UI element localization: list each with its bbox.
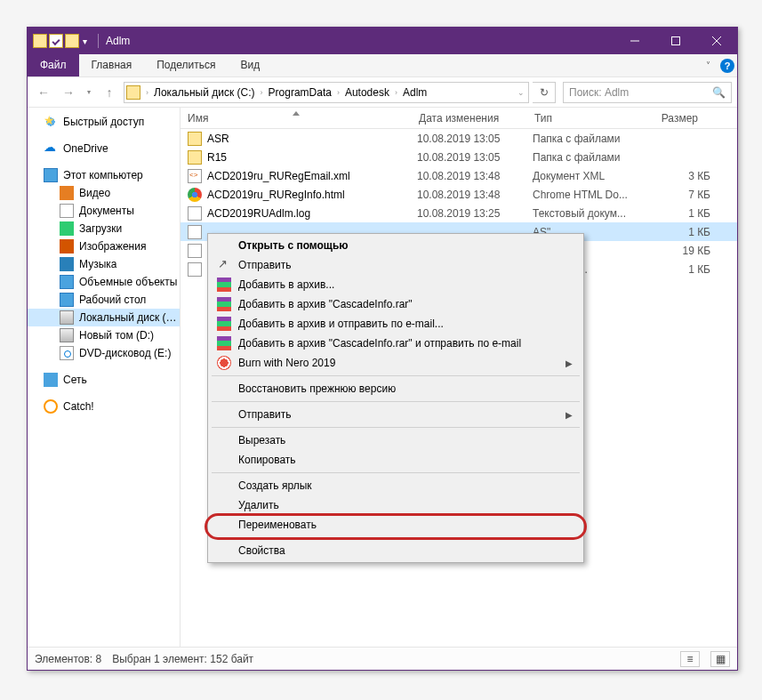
col-name[interactable]: Имя — [180, 112, 412, 125]
ribbon-collapse-icon[interactable]: ˅ — [698, 54, 718, 76]
tab-share[interactable]: Поделиться — [144, 54, 228, 76]
col-size[interactable]: Размер — [643, 112, 705, 125]
crumb-adlm[interactable]: Adlm — [401, 86, 429, 99]
catch-icon — [44, 399, 58, 414]
winrar-icon — [217, 297, 231, 311]
ctx-send-to[interactable]: Отправить▶ — [210, 405, 582, 424]
view-details-button[interactable]: ≡ — [680, 651, 700, 667]
file-row[interactable]: ACD2019ru_RURegEmail.xml10.08.2019 13:48… — [180, 166, 737, 185]
address-bar[interactable]: › Локальный диск (C:) › ProgramData › Au… — [124, 82, 529, 103]
folder-icon — [126, 85, 140, 100]
status-count: Элементов: 8 — [35, 653, 101, 665]
ctx-copy[interactable]: Копировать — [210, 450, 582, 470]
titlebar: ▾ Adlm — [28, 28, 737, 54]
music-icon — [60, 257, 74, 271]
sidebar-music[interactable]: Музыка — [28, 255, 180, 273]
col-date[interactable]: Дата изменения — [412, 112, 527, 125]
search-icon[interactable]: 🔍 — [712, 86, 726, 99]
file-row[interactable]: ASR10.08.2019 13:05Папка с файлами — [180, 129, 737, 148]
ctx-separator — [212, 427, 580, 428]
sidebar-thispc[interactable]: Этот компьютер — [28, 166, 180, 184]
dvd-icon — [60, 346, 74, 360]
close-button[interactable] — [696, 28, 737, 54]
chevron-right-icon[interactable]: › — [335, 88, 341, 97]
context-menu: Открыть с помощью Отправить Добавить в а… — [207, 233, 584, 563]
ctx-open-with[interactable]: Открыть с помощью — [210, 236, 582, 255]
sidebar-video[interactable]: Видео — [28, 184, 180, 202]
nav-history-dropdown[interactable]: ▾ — [83, 82, 95, 103]
image-icon — [60, 239, 74, 253]
chevron-right-icon[interactable]: › — [144, 88, 150, 97]
ctx-restore[interactable]: Восстановить прежнюю версию — [210, 379, 582, 398]
sidebar-network[interactable]: Сеть — [28, 371, 180, 389]
video-icon — [60, 186, 74, 200]
sidebar-3dobjects[interactable]: Объемные объекты — [28, 273, 180, 291]
sidebar-cdisk[interactable]: Локальный диск (C:) — [28, 309, 180, 326]
svg-rect-1 — [672, 37, 680, 45]
qat: ▾ — [28, 34, 94, 48]
file-row[interactable]: ACD2019ru_RURegInfo.html10.08.2019 13:48… — [180, 185, 737, 204]
ctx-properties[interactable]: Свойства — [210, 541, 582, 560]
3d-icon — [60, 275, 74, 289]
sidebar-onedrive[interactable]: OneDrive — [28, 140, 180, 157]
disk-icon — [60, 328, 74, 342]
crumb-autodesk[interactable]: Autodesk — [343, 86, 391, 99]
ribbon: Файл Главная Поделиться Вид ˅ ? — [28, 54, 737, 77]
file-row[interactable]: R1510.08.2019 13:05Папка с файлами — [180, 148, 737, 166]
text-icon — [188, 206, 202, 221]
chevron-right-icon[interactable]: › — [393, 88, 399, 97]
crumb-c[interactable]: Локальный диск (C:) — [152, 86, 257, 99]
ctx-add-archive-name[interactable]: Добавить в архив "CascadeInfo.rar" — [210, 294, 582, 314]
file-row[interactable]: ACD2019RUAdlm.log10.08.2019 13:25Текстов… — [180, 204, 737, 222]
chevron-right-icon[interactable]: › — [259, 88, 265, 97]
minimize-button[interactable] — [614, 28, 655, 54]
chrome-icon — [188, 188, 202, 202]
text-icon — [188, 225, 202, 239]
address-dropdown-icon[interactable]: ⌄ — [516, 88, 526, 97]
chevron-right-icon: ▶ — [565, 410, 573, 420]
status-selected: Выбран 1 элемент: 152 байт — [112, 653, 253, 665]
ctx-burn-nero[interactable]: Burn with Nero 2019▶ — [210, 353, 582, 373]
sidebar-desktop[interactable]: Рабочий стол — [28, 291, 180, 309]
search-box[interactable]: Поиск: Adlm 🔍 — [563, 82, 732, 103]
tab-view[interactable]: Вид — [228, 54, 272, 76]
col-type[interactable]: Тип — [527, 112, 643, 125]
folder-icon — [188, 150, 202, 165]
qat-dropdown-icon[interactable]: ▾ — [81, 36, 89, 46]
sidebar-documents[interactable]: Документы — [28, 202, 180, 220]
sidebar-quickaccess[interactable]: Быстрый доступ — [28, 113, 180, 131]
ctx-rename[interactable]: Переименовать — [210, 515, 582, 535]
tab-file[interactable]: Файл — [28, 54, 79, 76]
sidebar-images[interactable]: Изображения — [28, 237, 180, 255]
sidebar-catch[interactable]: Catch! — [28, 398, 180, 415]
ctx-shortcut[interactable]: Создать ярлык — [210, 476, 582, 495]
ctx-send[interactable]: Отправить — [210, 255, 582, 275]
ctx-separator — [212, 375, 580, 376]
ctx-add-archive[interactable]: Добавить в архив... — [210, 275, 582, 294]
refresh-button[interactable]: ↻ — [533, 82, 556, 103]
nav-forward-button[interactable]: → — [58, 82, 79, 103]
folder-icon — [33, 34, 47, 48]
star-icon — [44, 115, 58, 129]
help-button[interactable]: ? — [718, 54, 737, 76]
winrar-icon — [217, 336, 231, 350]
qat-newfolder-icon[interactable] — [65, 34, 79, 48]
nav-up-button[interactable]: ↑ — [99, 82, 120, 103]
qat-properties-icon[interactable] — [49, 34, 63, 48]
sidebar-downloads[interactable]: Загрузки — [28, 220, 180, 237]
network-icon — [44, 373, 58, 387]
ctx-add-email-name[interactable]: Добавить в архив "CascadeInfo.rar" и отп… — [210, 334, 582, 353]
winrar-icon — [217, 317, 231, 331]
winrar-icon — [217, 278, 231, 292]
crumb-programdata[interactable]: ProgramData — [267, 86, 333, 99]
sidebar-ddisk[interactable]: Новый том (D:) — [28, 326, 180, 344]
tab-home[interactable]: Главная — [79, 54, 145, 76]
nav-back-button[interactable]: ← — [33, 82, 54, 103]
ctx-delete[interactable]: Удалить — [210, 495, 582, 515]
maximize-button[interactable] — [655, 28, 696, 54]
view-icons-button[interactable]: ▦ — [710, 651, 730, 667]
ctx-cut[interactable]: Вырезать — [210, 430, 582, 450]
sidebar-dvd[interactable]: DVD-дисковод (E:) — [28, 344, 180, 362]
column-headers: Имя Дата изменения Тип Размер — [180, 108, 737, 129]
ctx-add-email[interactable]: Добавить в архив и отправить по e-mail..… — [210, 314, 582, 334]
